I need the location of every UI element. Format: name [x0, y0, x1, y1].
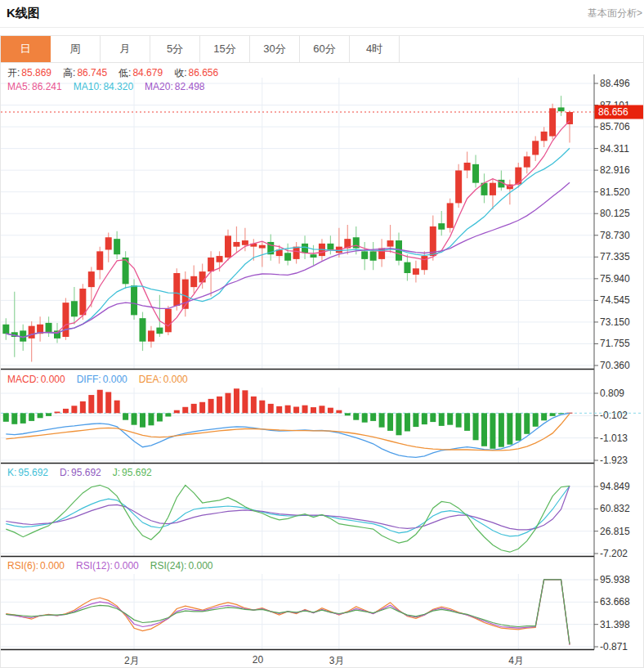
- y-axis-label: 74.545: [600, 294, 630, 306]
- tab-60分[interactable]: 60分: [300, 36, 350, 62]
- y-axis-label: 75.940: [600, 273, 630, 285]
- x-axis-label: 3月: [329, 654, 345, 668]
- tab-30分[interactable]: 30分: [250, 36, 300, 62]
- y-axis-label: -1.013: [600, 433, 628, 444]
- page-title: K线图: [7, 6, 40, 21]
- y-axis-label: 81.520: [600, 186, 630, 198]
- chart-area[interactable]: 开:85.869高:86.745低:84.679收:86.656 MA5:86.…: [1, 63, 643, 667]
- fundamental-analysis-link[interactable]: 基本面分析>: [588, 7, 642, 20]
- tab-5分[interactable]: 5分: [150, 36, 200, 62]
- y-axis-label: 80.125: [600, 208, 630, 219]
- x-axis-label: 2月: [124, 654, 140, 668]
- y-axis-label: 84.311: [600, 143, 629, 155]
- x-axis-label: 20: [253, 654, 263, 666]
- y-axis-label: 94.849: [600, 481, 630, 492]
- y-axis-label: 0.809: [600, 388, 624, 399]
- y-axis-label: 63.668: [600, 596, 630, 607]
- tab-4时[interactable]: 4时: [350, 36, 400, 62]
- y-axis-label: 71.755: [600, 338, 630, 349]
- y-axis-label: 82.916: [600, 164, 630, 176]
- chart-block: 日周月5分15分30分60分4时 开:85.869高:86.745低:84.67…: [0, 35, 644, 668]
- y-axis-label: -1.923: [600, 455, 628, 466]
- y-axis-label: 77.335: [600, 251, 630, 262]
- y-axis-label: 88.496: [600, 78, 630, 89]
- y-axis-label: -7.202: [600, 548, 628, 559]
- y-axis-label: 70.360: [600, 360, 630, 371]
- tab-周[interactable]: 周: [51, 36, 101, 62]
- y-axis-label: 73.150: [600, 316, 630, 328]
- x-axis: 2月203月4月: [1, 653, 643, 667]
- y-axis-label: 78.730: [600, 230, 630, 241]
- tab-15分[interactable]: 15分: [200, 36, 250, 62]
- y-axis-label: -0.871: [600, 641, 628, 652]
- last-price-badge-label: 86.656: [598, 106, 628, 118]
- y-axis-label: 26.815: [600, 526, 630, 537]
- y-axis-label: 31.398: [600, 619, 630, 630]
- header: K线图 基本面分析>: [0, 0, 644, 28]
- chart-canvas[interactable]: 88.49687.10185.70684.31182.91681.52080.1…: [1, 63, 643, 653]
- y-axis-label: 85.706: [600, 121, 630, 132]
- y-axis-label: -0.102: [600, 410, 628, 421]
- y-axis-label: 95.938: [600, 574, 630, 585]
- tab-日[interactable]: 日: [1, 36, 51, 62]
- tab-bar: 日周月5分15分30分60分4时: [1, 36, 643, 63]
- y-axis-label: 60.832: [600, 503, 630, 514]
- x-axis-label: 4月: [508, 654, 524, 668]
- tab-月[interactable]: 月: [101, 36, 150, 62]
